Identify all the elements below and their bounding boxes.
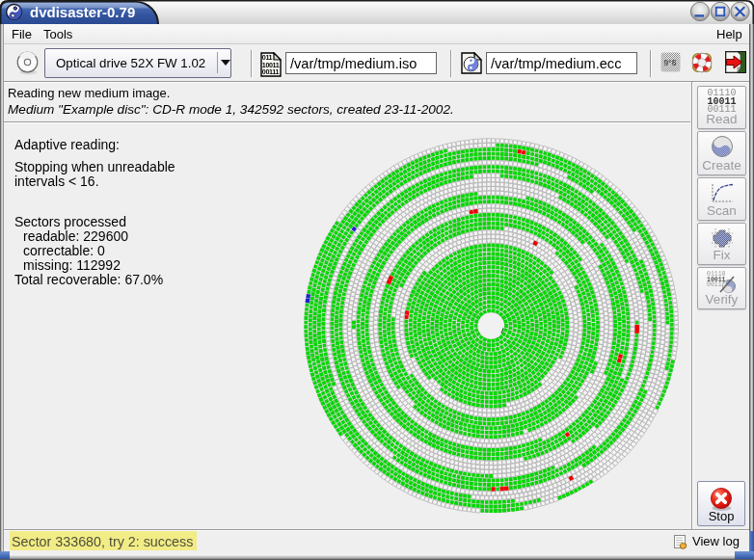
svg-text:dvdisaster-0.79: dvdisaster-0.79 <box>30 4 135 20</box>
svg-text:9°8: 9°8 <box>664 58 677 67</box>
svg-text:00111: 00111 <box>262 67 280 76</box>
